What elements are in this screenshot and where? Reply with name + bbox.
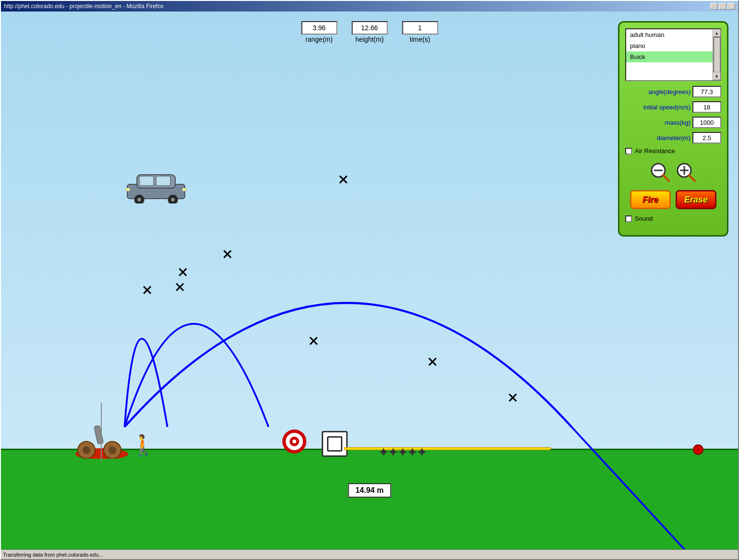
list-scrollbar: ▲ ▼ bbox=[713, 29, 720, 80]
status-text: Transferring data from phet.colorado.edu… bbox=[3, 552, 103, 558]
height-group: height(m) bbox=[351, 21, 388, 43]
title-bar: http://phet.colorado.edu - projectile-mo… bbox=[1, 1, 738, 12]
svg-line-6 bbox=[689, 175, 695, 181]
control-panel: adult human piano Buick ▲ ▼ angle(degree… bbox=[618, 21, 728, 237]
svg-rect-38 bbox=[182, 188, 186, 191]
measurements-panel: range(m) height(m) time(s) bbox=[301, 21, 438, 43]
cannon-platform bbox=[73, 425, 131, 461]
target bbox=[282, 429, 307, 456]
browser-window: http://phet.colorado.edu - projectile-mo… bbox=[0, 0, 739, 560]
svg-point-27 bbox=[109, 446, 116, 454]
angle-input[interactable] bbox=[692, 86, 721, 97]
car-svg bbox=[125, 170, 187, 203]
diameter-label: diameter(m) bbox=[657, 134, 691, 142]
zoom-in-button[interactable] bbox=[676, 162, 697, 183]
svg-point-42 bbox=[292, 440, 296, 443]
vertical-measurement-line bbox=[101, 403, 102, 461]
cannon-svg bbox=[73, 425, 131, 459]
scroll-track bbox=[714, 37, 720, 72]
zoom-controls bbox=[625, 162, 721, 183]
range-group: range(m) bbox=[301, 21, 337, 43]
zoom-in-icon bbox=[676, 162, 697, 183]
simulation-area: range(m) height(m) time(s) adult human p… bbox=[1, 12, 738, 549]
distance-label: 14.94 m bbox=[348, 483, 391, 498]
svg-rect-28 bbox=[94, 425, 103, 444]
diameter-row: diameter(m) bbox=[625, 132, 721, 143]
svg-point-36 bbox=[171, 198, 175, 202]
zoom-out-button[interactable] bbox=[650, 162, 671, 183]
ruler-end-marker bbox=[693, 444, 703, 455]
action-buttons: Fire Erase bbox=[625, 190, 721, 209]
air-resistance-label: Air Resistance bbox=[635, 147, 675, 155]
list-item-adult-human[interactable]: adult human bbox=[626, 29, 713, 40]
fire-button[interactable]: Fire bbox=[630, 190, 671, 209]
mass-row: mass(kg) bbox=[625, 117, 721, 128]
time-label: time(s) bbox=[410, 36, 430, 43]
sound-row: Sound bbox=[625, 215, 721, 222]
ground bbox=[1, 449, 738, 549]
scroll-up-button[interactable]: ▲ bbox=[713, 29, 721, 37]
measurement-box bbox=[322, 431, 348, 457]
erase-button[interactable]: Erase bbox=[676, 190, 716, 209]
time-group: time(s) bbox=[402, 21, 438, 43]
air-resistance-row: Air Resistance bbox=[625, 147, 721, 155]
person-figure: 🚶 bbox=[131, 433, 156, 457]
height-input[interactable] bbox=[351, 21, 388, 35]
zoom-out-icon bbox=[650, 162, 671, 183]
browser-title: http://phet.colorado.edu - projectile-mo… bbox=[4, 3, 164, 10]
window-controls: _ □ ✕ bbox=[710, 3, 735, 10]
air-resistance-checkbox[interactable] bbox=[625, 148, 632, 155]
close-button[interactable]: ✕ bbox=[727, 3, 735, 10]
speed-input[interactable] bbox=[692, 101, 721, 113]
svg-point-25 bbox=[83, 446, 90, 454]
mass-label: mass(kg) bbox=[665, 119, 691, 126]
minimize-button[interactable]: _ bbox=[710, 3, 718, 10]
time-input[interactable] bbox=[402, 21, 438, 35]
range-label: range(m) bbox=[305, 36, 333, 43]
height-label: height(m) bbox=[355, 36, 384, 43]
speed-row: initial speed(m/s) bbox=[625, 101, 721, 113]
svg-point-34 bbox=[137, 198, 141, 202]
diameter-input[interactable] bbox=[692, 132, 721, 143]
angle-row: angle(degrees) bbox=[625, 86, 721, 97]
sound-checkbox[interactable] bbox=[625, 215, 632, 222]
status-bar: Transferring data from phet.colorado.edu… bbox=[1, 549, 738, 559]
sound-label: Sound bbox=[635, 215, 653, 222]
svg-line-2 bbox=[663, 175, 669, 181]
projectile-list[interactable]: adult human piano Buick ▲ ▼ bbox=[625, 28, 721, 81]
list-item-piano[interactable]: piano bbox=[626, 40, 713, 51]
list-item-buick[interactable]: Buick bbox=[626, 51, 713, 62]
mass-input[interactable] bbox=[692, 117, 721, 128]
ruler-line bbox=[344, 447, 551, 450]
maximize-button[interactable]: □ bbox=[719, 3, 727, 10]
target-svg bbox=[282, 429, 307, 454]
angle-label: angle(degrees) bbox=[649, 88, 691, 95]
speed-label: initial speed(m/s) bbox=[643, 104, 691, 111]
svg-rect-37 bbox=[126, 188, 130, 191]
projectile-car bbox=[125, 170, 187, 205]
measurement-box-inner bbox=[327, 436, 342, 452]
range-input[interactable] bbox=[301, 21, 337, 35]
svg-rect-31 bbox=[139, 176, 154, 186]
crash-debris: ✦✦✦✦✦ bbox=[378, 444, 426, 460]
svg-rect-32 bbox=[156, 176, 170, 186]
scroll-down-button[interactable]: ▼ bbox=[713, 72, 721, 80]
